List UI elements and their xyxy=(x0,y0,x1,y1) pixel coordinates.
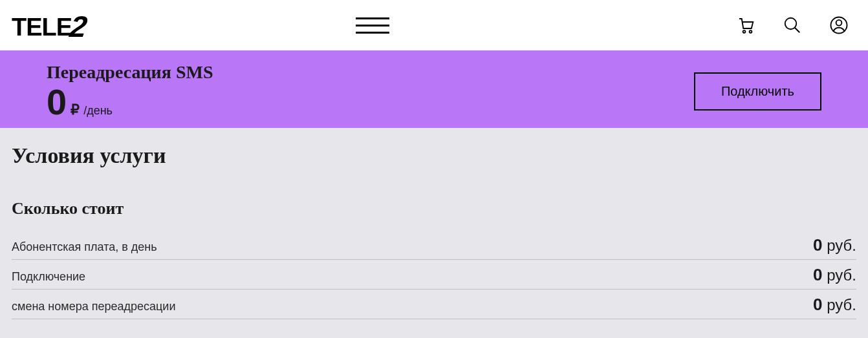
search-icon[interactable] xyxy=(783,16,802,35)
menu-icon[interactable] xyxy=(356,17,389,34)
svg-point-0 xyxy=(743,30,746,33)
sub-title: Сколько стоит xyxy=(12,199,856,218)
price-value: 0 руб. xyxy=(813,265,856,285)
price-row: смена номера переадресации 0 руб. xyxy=(12,290,856,319)
service-price: 0 ₽/день xyxy=(47,84,213,120)
header-icons xyxy=(736,16,849,35)
price-row: Абонентская плата, в день 0 руб. xyxy=(12,230,856,260)
price-label: Подключение xyxy=(12,270,85,284)
price-value: 0 руб. xyxy=(813,235,856,255)
price-label: смена номера переадресации xyxy=(12,300,175,313)
price-currency: ₽ xyxy=(71,101,80,118)
service-banner: Переадресация SMS 0 ₽/день Подключить xyxy=(0,50,868,128)
profile-icon[interactable] xyxy=(829,16,849,35)
logo-text: TELE xyxy=(12,14,72,41)
logo[interactable]: TELE2 xyxy=(12,8,87,43)
section-title: Условия услуги xyxy=(12,143,856,168)
price-period: /день xyxy=(83,104,113,118)
svg-point-1 xyxy=(750,30,752,33)
header: TELE2 xyxy=(0,0,868,50)
price-amount: 0 xyxy=(47,84,67,120)
svg-line-3 xyxy=(795,28,800,33)
svg-point-2 xyxy=(785,18,797,30)
connect-button[interactable]: Подключить xyxy=(694,72,821,111)
banner-info: Переадресация SMS 0 ₽/день xyxy=(47,62,213,120)
service-title: Переадресация SMS xyxy=(47,62,213,83)
price-label: Абонентская плата, в день xyxy=(12,240,157,254)
svg-point-5 xyxy=(836,20,842,26)
price-value: 0 руб. xyxy=(813,295,856,315)
main-content: Условия услуги Сколько стоит Абонентская… xyxy=(0,128,868,338)
cart-icon[interactable] xyxy=(736,16,755,35)
price-row: Подключение 0 руб. xyxy=(12,260,856,290)
